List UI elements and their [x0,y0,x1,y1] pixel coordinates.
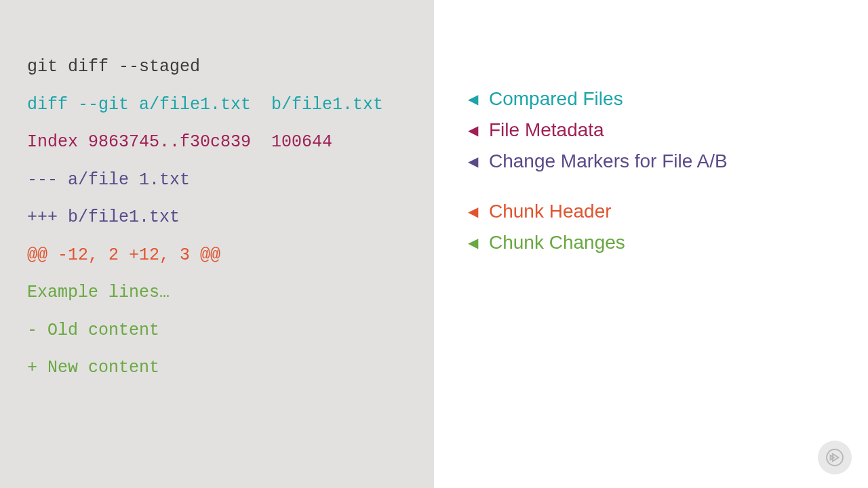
triangle-left-icon: ◀ [468,203,478,220]
legend-panel: ◀ Compared Files ◀ File Metadata ◀ Chang… [434,0,868,488]
legend-change-markers: ◀ Change Markers for File A/B [468,150,834,172]
legend-compared-files: ◀ Compared Files [468,88,834,110]
legend-chunk-header: ◀ Chunk Header [468,201,834,222]
legend-label: Chunk Changes [489,232,625,253]
code-panel: git diff --staged diff --git a/file1.txt… [0,0,434,488]
legend-label: File Metadata [489,119,604,141]
code-command-line: git diff --staged [27,54,407,80]
code-diff-header: diff --git a/file1.txt b/file1.txt [27,92,407,118]
code-removed-line: - Old content [27,318,407,344]
legend-chunk-changes: ◀ Chunk Changes [468,232,834,253]
code-chunk-header: @@ -12, 2 +12, 3 @@ [27,243,407,268]
code-example-context: Example lines… [27,280,407,306]
legend-label: Chunk Header [489,201,612,222]
triangle-left-icon: ◀ [468,235,478,251]
triangle-left-icon: ◀ [468,91,478,107]
legend-label: Change Markers for File A/B [489,150,728,172]
code-file-b-marker: +++ b/file1.txt [27,205,407,230]
code-file-a-marker: --- a/file 1.txt [27,167,407,193]
triangle-left-icon: ◀ [468,122,478,138]
legend-label: Compared Files [489,88,623,110]
code-index-line: Index 9863745..f30c839 100644 [27,129,407,155]
code-added-line: + New content [27,355,407,381]
pluralsight-logo-icon [818,441,852,474]
triangle-left-icon: ◀ [468,153,478,169]
legend-file-metadata: ◀ File Metadata [468,119,834,141]
